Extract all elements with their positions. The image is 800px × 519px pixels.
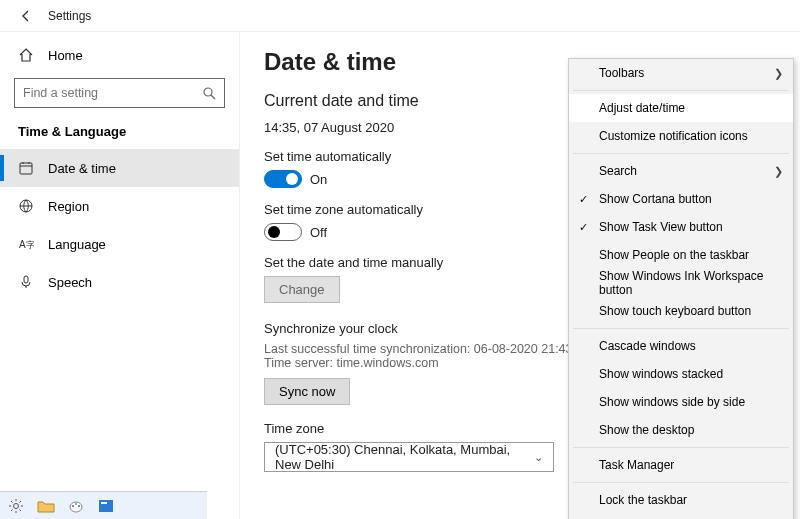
context-item[interactable]: Show touch keyboard button: [569, 297, 793, 325]
home-icon: [18, 47, 34, 63]
toggle-state: Off: [310, 225, 327, 240]
folder-icon[interactable]: [36, 496, 56, 516]
app-icon[interactable]: [96, 496, 116, 516]
titlebar: Settings: [0, 0, 800, 32]
chevron-right-icon: ❯: [774, 67, 783, 80]
context-separator: [573, 482, 789, 483]
context-separator: [573, 90, 789, 91]
change-button[interactable]: Change: [264, 276, 340, 303]
context-separator: [573, 447, 789, 448]
context-item-label: Show People on the taskbar: [599, 248, 749, 262]
context-item[interactable]: Task Manager: [569, 451, 793, 479]
taskbar[interactable]: [0, 491, 207, 519]
sidebar-item-label: Date & time: [48, 161, 116, 176]
back-icon[interactable]: [18, 8, 34, 24]
sidebar-item-label: Language: [48, 237, 106, 252]
context-item[interactable]: Show windows side by side: [569, 388, 793, 416]
timezone-value: (UTC+05:30) Chennai, Kolkata, Mumbai, Ne…: [275, 442, 534, 472]
window-title: Settings: [48, 9, 91, 23]
sidebar-home[interactable]: Home: [0, 38, 239, 72]
search-input[interactable]: [23, 86, 202, 100]
check-icon: ✓: [579, 221, 588, 234]
context-item[interactable]: Show Task View button✓: [569, 213, 793, 241]
context-item[interactable]: Taskbar settings: [569, 514, 793, 519]
language-icon: A字: [18, 236, 34, 252]
sidebar: Home Time & Language Date & time Region: [0, 32, 240, 519]
context-item-label: Cascade windows: [599, 339, 696, 353]
svg-rect-16: [101, 502, 107, 504]
svg-point-10: [14, 503, 19, 508]
context-item-label: Show windows stacked: [599, 367, 723, 381]
toggle-switch-off[interactable]: [264, 223, 302, 241]
globe-icon: [18, 198, 34, 214]
context-item[interactable]: Adjust date/time: [569, 94, 793, 122]
context-item-label: Show windows side by side: [599, 395, 745, 409]
gear-icon[interactable]: [6, 496, 26, 516]
toggle-switch-on[interactable]: [264, 170, 302, 188]
context-item[interactable]: Show windows stacked: [569, 360, 793, 388]
paint-icon[interactable]: [66, 496, 86, 516]
taskbar-context-menu: Toolbars❯Adjust date/timeCustomize notif…: [568, 58, 794, 519]
check-icon: ✓: [579, 193, 588, 206]
context-item[interactable]: Customize notification icons: [569, 122, 793, 150]
svg-point-0: [204, 88, 212, 96]
sidebar-item-label: Region: [48, 199, 89, 214]
sidebar-item-date-time[interactable]: Date & time: [0, 149, 239, 187]
sidebar-item-region[interactable]: Region: [0, 187, 239, 225]
sidebar-item-label: Speech: [48, 275, 92, 290]
context-item[interactable]: Cascade windows: [569, 332, 793, 360]
context-item-label: Show touch keyboard button: [599, 304, 751, 318]
context-item-label: Show Cortana button: [599, 192, 712, 206]
sidebar-item-speech[interactable]: Speech: [0, 263, 239, 301]
svg-rect-2: [20, 163, 32, 174]
svg-line-1: [211, 95, 215, 99]
context-item[interactable]: Lock the taskbar: [569, 486, 793, 514]
search-icon: [202, 86, 216, 100]
context-item-label: Adjust date/time: [599, 101, 685, 115]
context-item-label: Customize notification icons: [599, 129, 748, 143]
context-item-label: Show the desktop: [599, 423, 694, 437]
chevron-right-icon: ❯: [774, 165, 783, 178]
context-item[interactable]: Show People on the taskbar: [569, 241, 793, 269]
search-input-wrapper[interactable]: [14, 78, 225, 108]
context-item[interactable]: Show Cortana button✓: [569, 185, 793, 213]
context-item-label: Task Manager: [599, 458, 674, 472]
context-item-label: Lock the taskbar: [599, 493, 687, 507]
context-item[interactable]: Show Windows Ink Workspace button: [569, 269, 793, 297]
context-item[interactable]: Show the desktop: [569, 416, 793, 444]
sidebar-item-language[interactable]: A字 Language: [0, 225, 239, 263]
timezone-select[interactable]: (UTC+05:30) Chennai, Kolkata, Mumbai, Ne…: [264, 442, 554, 472]
context-separator: [573, 328, 789, 329]
svg-point-12: [72, 505, 74, 507]
svg-point-14: [78, 505, 80, 507]
clock-icon: [18, 160, 34, 176]
svg-rect-9: [24, 276, 28, 283]
context-item-label: Search: [599, 164, 637, 178]
mic-icon: [18, 274, 34, 290]
svg-text:字: 字: [26, 240, 34, 250]
toggle-state: On: [310, 172, 327, 187]
chevron-down-icon: ⌄: [534, 451, 543, 464]
svg-text:A: A: [19, 239, 26, 250]
context-item[interactable]: Toolbars❯: [569, 59, 793, 87]
home-label: Home: [48, 48, 83, 63]
context-item[interactable]: Search❯: [569, 157, 793, 185]
context-item-label: Show Windows Ink Workspace button: [599, 269, 783, 297]
context-separator: [573, 153, 789, 154]
context-item-label: Show Task View button: [599, 220, 723, 234]
context-item-label: Toolbars: [599, 66, 644, 80]
svg-point-13: [75, 503, 77, 505]
sync-now-button[interactable]: Sync now: [264, 378, 350, 405]
svg-rect-15: [99, 500, 113, 512]
sidebar-category: Time & Language: [0, 118, 239, 149]
